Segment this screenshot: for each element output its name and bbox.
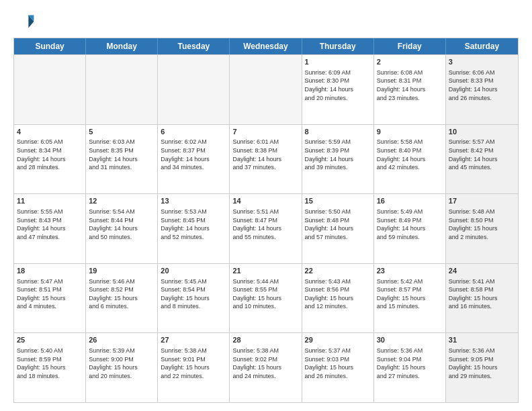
day-info: Sunrise: 6:06 AM Sunset: 8:33 PM Dayligh… xyxy=(449,68,515,102)
calendar-cell-29: 29Sunrise: 5:37 AM Sunset: 9:03 PM Dayli… xyxy=(302,333,374,402)
calendar-cell-empty xyxy=(14,55,86,124)
calendar-row-3: 18Sunrise: 5:47 AM Sunset: 8:51 PM Dayli… xyxy=(14,263,518,333)
calendar-cell-21: 21Sunrise: 5:44 AM Sunset: 8:55 PM Dayli… xyxy=(230,264,302,333)
calendar-cell-22: 22Sunrise: 5:43 AM Sunset: 8:56 PM Dayli… xyxy=(302,264,374,333)
calendar-cell-28: 28Sunrise: 5:38 AM Sunset: 9:02 PM Dayli… xyxy=(230,333,302,402)
day-info: Sunrise: 5:45 AM Sunset: 8:54 PM Dayligh… xyxy=(161,277,226,311)
calendar-row-4: 25Sunrise: 5:40 AM Sunset: 8:59 PM Dayli… xyxy=(14,332,518,402)
day-number: 10 xyxy=(449,127,515,137)
calendar-cell-9: 9Sunrise: 5:58 AM Sunset: 8:40 PM Daylig… xyxy=(374,125,446,194)
day-info: Sunrise: 5:41 AM Sunset: 8:58 PM Dayligh… xyxy=(449,277,515,311)
calendar-cell-30: 30Sunrise: 5:36 AM Sunset: 9:04 PM Dayli… xyxy=(374,333,446,402)
calendar-cell-5: 5Sunrise: 6:03 AM Sunset: 8:35 PM Daylig… xyxy=(86,125,158,194)
calendar-cell-7: 7Sunrise: 6:01 AM Sunset: 8:38 PM Daylig… xyxy=(230,125,302,194)
header-day-wednesday: Wednesday xyxy=(230,38,302,54)
calendar-cell-17: 17Sunrise: 5:48 AM Sunset: 8:50 PM Dayli… xyxy=(446,194,518,263)
day-number: 26 xyxy=(89,335,154,345)
calendar-body: 1Sunrise: 6:09 AM Sunset: 8:30 PM Daylig… xyxy=(14,54,518,402)
day-number: 18 xyxy=(17,266,83,276)
logo xyxy=(13,11,39,32)
day-info: Sunrise: 5:38 AM Sunset: 9:02 PM Dayligh… xyxy=(232,347,298,380)
day-info: Sunrise: 6:03 AM Sunset: 8:35 PM Dayligh… xyxy=(89,138,154,171)
day-info: Sunrise: 5:39 AM Sunset: 9:00 PM Dayligh… xyxy=(89,347,154,380)
day-number: 2 xyxy=(377,57,443,67)
day-info: Sunrise: 5:55 AM Sunset: 8:43 PM Dayligh… xyxy=(17,208,83,241)
day-info: Sunrise: 5:44 AM Sunset: 8:55 PM Dayligh… xyxy=(232,277,298,311)
calendar-cell-3: 3Sunrise: 6:06 AM Sunset: 8:33 PM Daylig… xyxy=(446,55,518,124)
calendar: SundayMondayTuesdayWednesdayThursdayFrid… xyxy=(13,38,519,403)
day-number: 25 xyxy=(17,335,83,345)
day-number: 24 xyxy=(449,266,515,276)
day-number: 9 xyxy=(377,127,443,137)
day-number: 13 xyxy=(161,196,226,206)
day-info: Sunrise: 5:50 AM Sunset: 8:48 PM Dayligh… xyxy=(305,208,371,241)
header-day-friday: Friday xyxy=(374,38,446,54)
day-info: Sunrise: 5:54 AM Sunset: 8:44 PM Dayligh… xyxy=(89,208,154,241)
calendar-cell-empty xyxy=(86,55,158,124)
day-number: 19 xyxy=(89,266,154,276)
day-info: Sunrise: 5:51 AM Sunset: 8:47 PM Dayligh… xyxy=(232,208,298,241)
day-number: 14 xyxy=(232,196,298,206)
calendar-cell-31: 31Sunrise: 5:36 AM Sunset: 9:05 PM Dayli… xyxy=(446,333,518,402)
header-day-monday: Monday xyxy=(86,38,158,54)
day-number: 5 xyxy=(89,127,154,137)
calendar-cell-empty xyxy=(158,55,230,124)
day-info: Sunrise: 5:46 AM Sunset: 8:52 PM Dayligh… xyxy=(89,277,154,311)
calendar-cell-15: 15Sunrise: 5:50 AM Sunset: 8:48 PM Dayli… xyxy=(302,194,374,263)
day-info: Sunrise: 5:36 AM Sunset: 9:05 PM Dayligh… xyxy=(449,347,515,380)
calendar-cell-14: 14Sunrise: 5:51 AM Sunset: 8:47 PM Dayli… xyxy=(230,194,302,263)
calendar-cell-6: 6Sunrise: 6:02 AM Sunset: 8:37 PM Daylig… xyxy=(158,125,230,194)
calendar-cell-2: 2Sunrise: 6:08 AM Sunset: 8:31 PM Daylig… xyxy=(374,55,446,124)
day-number: 31 xyxy=(449,335,515,345)
day-number: 30 xyxy=(377,335,443,345)
day-info: Sunrise: 5:36 AM Sunset: 9:04 PM Dayligh… xyxy=(377,347,443,380)
day-number: 23 xyxy=(377,266,443,276)
header-area xyxy=(13,11,519,32)
day-number: 7 xyxy=(232,127,298,137)
calendar-row-1: 4Sunrise: 6:05 AM Sunset: 8:34 PM Daylig… xyxy=(14,124,518,194)
day-info: Sunrise: 5:37 AM Sunset: 9:03 PM Dayligh… xyxy=(305,347,371,380)
day-number: 15 xyxy=(305,196,371,206)
day-info: Sunrise: 5:43 AM Sunset: 8:56 PM Dayligh… xyxy=(305,277,371,311)
day-info: Sunrise: 5:48 AM Sunset: 8:50 PM Dayligh… xyxy=(449,208,515,241)
calendar-header: SundayMondayTuesdayWednesdayThursdayFrid… xyxy=(14,38,518,54)
day-number: 17 xyxy=(449,196,515,206)
calendar-cell-13: 13Sunrise: 5:53 AM Sunset: 8:45 PM Dayli… xyxy=(158,194,230,263)
calendar-cell-4: 4Sunrise: 6:05 AM Sunset: 8:34 PM Daylig… xyxy=(14,125,86,194)
day-info: Sunrise: 5:38 AM Sunset: 9:01 PM Dayligh… xyxy=(161,347,226,380)
day-number: 11 xyxy=(17,196,83,206)
calendar-cell-19: 19Sunrise: 5:46 AM Sunset: 8:52 PM Dayli… xyxy=(86,264,158,333)
day-number: 12 xyxy=(89,196,154,206)
day-info: Sunrise: 5:58 AM Sunset: 8:40 PM Dayligh… xyxy=(377,138,443,171)
calendar-cell-1: 1Sunrise: 6:09 AM Sunset: 8:30 PM Daylig… xyxy=(302,55,374,124)
day-info: Sunrise: 5:49 AM Sunset: 8:49 PM Dayligh… xyxy=(377,208,443,241)
day-number: 4 xyxy=(17,127,83,137)
day-number: 8 xyxy=(305,127,371,137)
calendar-cell-empty xyxy=(230,55,302,124)
calendar-cell-25: 25Sunrise: 5:40 AM Sunset: 8:59 PM Dayli… xyxy=(14,333,86,402)
day-number: 6 xyxy=(161,127,226,137)
calendar-cell-18: 18Sunrise: 5:47 AM Sunset: 8:51 PM Dayli… xyxy=(14,264,86,333)
day-number: 28 xyxy=(232,335,298,345)
day-info: Sunrise: 6:09 AM Sunset: 8:30 PM Dayligh… xyxy=(305,68,371,102)
calendar-cell-11: 11Sunrise: 5:55 AM Sunset: 8:43 PM Dayli… xyxy=(14,194,86,263)
day-number: 1 xyxy=(305,57,371,67)
calendar-cell-16: 16Sunrise: 5:49 AM Sunset: 8:49 PM Dayli… xyxy=(374,194,446,263)
calendar-cell-12: 12Sunrise: 5:54 AM Sunset: 8:44 PM Dayli… xyxy=(86,194,158,263)
day-info: Sunrise: 5:47 AM Sunset: 8:51 PM Dayligh… xyxy=(17,277,83,311)
calendar-cell-8: 8Sunrise: 5:59 AM Sunset: 8:39 PM Daylig… xyxy=(302,125,374,194)
calendar-cell-20: 20Sunrise: 5:45 AM Sunset: 8:54 PM Dayli… xyxy=(158,264,230,333)
calendar-page: SundayMondayTuesdayWednesdayThursdayFrid… xyxy=(0,0,532,411)
header-day-tuesday: Tuesday xyxy=(158,38,230,54)
day-info: Sunrise: 6:02 AM Sunset: 8:37 PM Dayligh… xyxy=(161,138,226,171)
calendar-row-2: 11Sunrise: 5:55 AM Sunset: 8:43 PM Dayli… xyxy=(14,193,518,263)
day-info: Sunrise: 6:05 AM Sunset: 8:34 PM Dayligh… xyxy=(17,138,83,171)
day-info: Sunrise: 5:57 AM Sunset: 8:42 PM Dayligh… xyxy=(449,138,515,171)
day-number: 27 xyxy=(161,335,226,345)
day-info: Sunrise: 6:08 AM Sunset: 8:31 PM Dayligh… xyxy=(377,68,443,102)
day-number: 16 xyxy=(377,196,443,206)
calendar-row-0: 1Sunrise: 6:09 AM Sunset: 8:30 PM Daylig… xyxy=(14,54,518,124)
header-day-thursday: Thursday xyxy=(302,38,374,54)
day-info: Sunrise: 5:59 AM Sunset: 8:39 PM Dayligh… xyxy=(305,138,371,171)
calendar-cell-26: 26Sunrise: 5:39 AM Sunset: 9:00 PM Dayli… xyxy=(86,333,158,402)
